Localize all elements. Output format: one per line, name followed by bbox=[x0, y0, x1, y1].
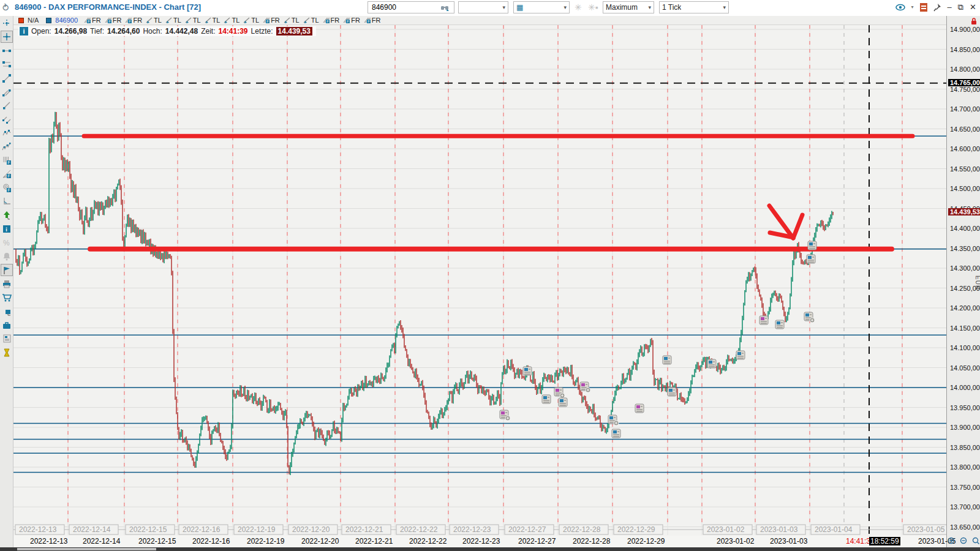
date-box-label: 2022-12-23 bbox=[450, 525, 499, 534]
news-event-icon[interactable] bbox=[559, 398, 567, 407]
news-event-icon[interactable] bbox=[635, 404, 644, 413]
fibonacci-retracement-button[interactable]: FFR bbox=[342, 17, 360, 24]
link-disabled-icon: ✳ bbox=[575, 2, 582, 12]
trendline-button[interactable]: TL bbox=[165, 17, 181, 24]
news-event-icon[interactable] bbox=[736, 351, 745, 359]
trendline-button[interactable]: TL bbox=[283, 17, 300, 24]
date-box-label: 2022-12-15 bbox=[126, 525, 175, 534]
restore-button[interactable]: ⧉ bbox=[958, 1, 963, 13]
date-box-label: 2023-01-02 bbox=[703, 525, 752, 534]
print-icon[interactable] bbox=[1, 278, 13, 290]
journal-icon[interactable] bbox=[920, 3, 927, 12]
binoculars-icon[interactable] bbox=[440, 4, 449, 11]
zoom-out-icon[interactable] bbox=[960, 537, 968, 545]
news-event-icon[interactable] bbox=[668, 388, 676, 396]
eye-options-chevron-icon[interactable]: ▾ bbox=[911, 1, 914, 13]
calculation-dropdown[interactable]: ▦ ▾ bbox=[513, 1, 570, 13]
news-event-icon[interactable] bbox=[612, 429, 620, 438]
news-event-icon[interactable] bbox=[523, 367, 532, 375]
two-rays-tool-icon[interactable] bbox=[1, 113, 13, 126]
parallel-lines-tool-icon[interactable] bbox=[1, 58, 13, 70]
drawn-red-arrow[interactable] bbox=[793, 215, 802, 238]
time-range-dropdown[interactable]: Maximum▾ bbox=[603, 1, 654, 13]
trendline-tool-icon[interactable] bbox=[1, 72, 13, 84]
fibonacci-retracement-button[interactable]: FFR bbox=[83, 17, 101, 24]
chevron-down-icon: ▾ bbox=[561, 4, 567, 10]
chevron-down-icon: ▾ bbox=[720, 4, 726, 10]
news-event-icon[interactable] bbox=[760, 316, 768, 324]
news-event-icon[interactable] bbox=[707, 359, 716, 368]
fibonacci-retracement-button[interactable]: FFR bbox=[104, 17, 122, 24]
zigzag-tool-icon[interactable] bbox=[1, 141, 13, 153]
news-event-icon[interactable] bbox=[580, 382, 590, 392]
crosshair-tool-icon[interactable] bbox=[1, 31, 13, 43]
watch-eye-icon[interactable] bbox=[895, 4, 905, 11]
news-event-icon[interactable] bbox=[554, 388, 565, 398]
svg-text:%: % bbox=[3, 239, 10, 247]
trendline-button[interactable]: TL bbox=[184, 17, 201, 24]
chart-plot-area[interactable]: 2022-12-132022-12-142022-12-152022-12-16… bbox=[13, 25, 946, 536]
svg-text:2022-12-14: 2022-12-14 bbox=[73, 525, 111, 534]
portfolio-icon[interactable] bbox=[1, 319, 13, 331]
news-event-icon[interactable] bbox=[542, 395, 551, 403]
alarm-bell-icon[interactable] bbox=[1, 250, 13, 263]
trendline-button[interactable]: TL bbox=[223, 17, 239, 24]
app-logo-icon: ⥁ bbox=[2, 2, 13, 13]
news-event-icon[interactable] bbox=[775, 320, 784, 329]
angle-tool-icon[interactable] bbox=[1, 195, 13, 208]
fibonacci-retracement-tool-icon[interactable]: F bbox=[1, 154, 13, 167]
news-event-icon[interactable] bbox=[608, 415, 619, 425]
buy-arrow-icon[interactable] bbox=[1, 209, 13, 222]
close-button[interactable]: ✕ bbox=[970, 1, 976, 13]
info-icon[interactable]: i bbox=[20, 27, 28, 36]
info-icon[interactable]: i bbox=[1, 223, 13, 235]
fibonacci-retracement-button[interactable]: FFR bbox=[363, 17, 381, 24]
order-cart-icon[interactable] bbox=[1, 291, 13, 304]
open-label: Open: bbox=[31, 27, 51, 36]
svg-text:2022-12-21: 2022-12-21 bbox=[345, 525, 383, 534]
quote-info-bar: i Open:14.266,98 Tief:14.264,60 Hoch:14.… bbox=[18, 26, 316, 36]
symbol-search-box[interactable] bbox=[368, 1, 454, 13]
news-event-icon[interactable] bbox=[807, 255, 815, 263]
news-event-icon[interactable] bbox=[808, 241, 816, 250]
axis-lock-icon[interactable] bbox=[970, 17, 978, 25]
channel-tool-icon[interactable] bbox=[1, 86, 13, 98]
pin-flag-icon[interactable] bbox=[1, 264, 13, 276]
zoom-reset-icon[interactable] bbox=[972, 537, 980, 545]
scrollbar-thumb[interactable] bbox=[17, 548, 156, 550]
time-label: Zeit: bbox=[201, 27, 215, 36]
news-event-icon[interactable] bbox=[663, 356, 671, 364]
window-icon[interactable] bbox=[1, 305, 13, 317]
svg-text:2022-12-29: 2022-12-29 bbox=[617, 525, 655, 534]
fibonacci-fan-tool-icon[interactable]: F bbox=[1, 168, 13, 180]
news-event-icon[interactable] bbox=[500, 410, 510, 421]
polyline-tool-icon[interactable] bbox=[1, 127, 13, 139]
svg-text:2022-12-19: 2022-12-19 bbox=[238, 525, 276, 534]
trendline-button[interactable]: TL bbox=[145, 17, 162, 24]
fibonacci-retracement-button[interactable]: FFR bbox=[322, 17, 340, 24]
date-box-label: 2023-01-05 bbox=[903, 525, 946, 534]
horizontal-line-tool-icon[interactable] bbox=[1, 45, 13, 57]
interval-dropdown[interactable]: 1 Tick▾ bbox=[659, 1, 729, 13]
fibonacci-retracement-button[interactable]: FFR bbox=[262, 17, 280, 24]
date-axis[interactable]: 2022-12-132022-12-142022-12-152022-12-16… bbox=[13, 536, 946, 547]
fibonacci-retracement-button[interactable]: FFR bbox=[124, 17, 142, 24]
history-hourglass-icon[interactable] bbox=[1, 347, 13, 359]
minimize-button[interactable]: – bbox=[948, 1, 952, 13]
trendline-button[interactable]: TL bbox=[204, 17, 221, 24]
fibonacci-spiral-tool-icon[interactable]: F bbox=[1, 182, 13, 194]
pin-icon[interactable] bbox=[933, 3, 941, 12]
date-axis-label: 2023-01-02 bbox=[717, 537, 754, 545]
move-tool-icon[interactable] bbox=[1, 17, 13, 29]
ray-tool-icon[interactable] bbox=[1, 99, 13, 111]
trendline-button[interactable]: TL bbox=[303, 17, 319, 24]
symbol-search-input[interactable] bbox=[371, 2, 440, 12]
horizontal-scrollbar[interactable] bbox=[0, 547, 980, 551]
news-event-icon[interactable] bbox=[804, 312, 815, 323]
news-list-icon[interactable] bbox=[1, 332, 13, 345]
price-axis[interactable]: EUR 14.900,0014.850,0014.800,0014.750,00… bbox=[946, 16, 980, 547]
percent-icon[interactable]: % bbox=[1, 236, 13, 249]
zoom-in-icon[interactable] bbox=[948, 537, 956, 545]
trendline-button[interactable]: TL bbox=[243, 17, 259, 24]
symbol-list-dropdown[interactable]: ▾ bbox=[458, 1, 508, 13]
